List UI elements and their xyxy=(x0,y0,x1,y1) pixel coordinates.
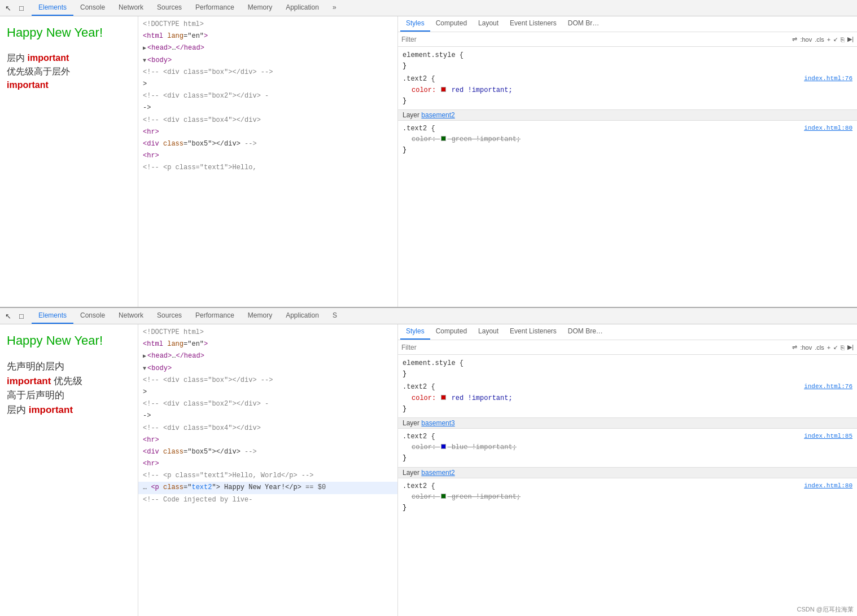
dom-line-selected[interactable]: … <p class="text2"> Happy New Year!</p> … xyxy=(138,482,397,494)
text2-rule-1-bottom: index.html:76 .text2 { color: red !impor… xyxy=(398,381,857,416)
dom-line: > xyxy=(138,386,397,398)
tab-styles-bottom[interactable]: Styles xyxy=(400,324,430,340)
dom-line: <!-- <div class="box"></div> --> xyxy=(138,67,397,78)
color-swatch-green-top xyxy=(441,136,446,141)
cls-button-bottom[interactable]: .cls xyxy=(815,344,824,351)
tab-application[interactable]: Application xyxy=(279,0,326,16)
cursor-icon-bottom[interactable]: ↖ xyxy=(2,310,14,322)
text2-rule-3-bottom: index.html:80 .text2 { color: green !imp… xyxy=(398,480,857,515)
dom-line: <!-- <div class="box"></div> --> xyxy=(138,375,397,386)
devtools-content-bottom: Happy New Year! 先声明的层内 important 优先级 高于后… xyxy=(0,324,857,616)
tab-console[interactable]: Console xyxy=(73,0,112,16)
color-swatch-blue xyxy=(441,444,446,449)
copy-icon[interactable]: ⎘ xyxy=(841,36,845,43)
annotation-bottom: 先声明的层内 important 优先级 高于后声明的 层内 important xyxy=(7,359,131,417)
layer-badge-basement2-top: Layer basement2 xyxy=(398,109,857,121)
source-link[interactable]: index.html:76 xyxy=(804,74,852,84)
tab-event-listeners-bottom[interactable]: Event Listeners xyxy=(504,324,562,340)
styles-filter-bottom: ⇌ :hov .cls + ↙ ⎘ ▶| xyxy=(398,340,857,355)
menu-icon[interactable]: ▶| xyxy=(847,36,854,43)
color-swatch-red-bottom xyxy=(441,395,446,400)
dom-line: <hr> xyxy=(138,434,397,446)
refresh-icon[interactable]: ⇌ xyxy=(792,36,797,43)
tab-console-bottom[interactable]: Console xyxy=(73,308,112,324)
tab-event-listeners[interactable]: Event Listeners xyxy=(504,16,562,32)
hov-button-bottom[interactable]: :hov xyxy=(800,344,812,351)
tab-network-bottom[interactable]: Network xyxy=(112,308,150,324)
devtools-panel-top: ↖ □ Elements Console Network Sources Per… xyxy=(0,0,857,308)
color-swatch-red xyxy=(441,87,446,92)
dom-line: <!-- <p class="text1">Hello, xyxy=(138,162,397,174)
cls-button[interactable]: .cls xyxy=(815,36,824,43)
source-link-bottom-2[interactable]: index.html:85 xyxy=(804,432,852,442)
text2-rule-2-top: index.html:80 .text2 { color: green !imp… xyxy=(398,122,857,157)
tab-layout[interactable]: Layout xyxy=(473,16,504,32)
layer-link-basement3[interactable]: basement3 xyxy=(421,419,454,427)
tab-network[interactable]: Network xyxy=(112,0,150,16)
dom-line: <!-- <div class="box2"></div> - xyxy=(138,398,397,410)
devtools-panel-bottom: ↖ □ Elements Console Network Sources Per… xyxy=(0,308,857,616)
tab-sources-bottom[interactable]: Sources xyxy=(150,308,189,324)
hov-button[interactable]: :hov xyxy=(800,36,812,43)
inspect-icon-bottom[interactable]: □ xyxy=(16,310,27,322)
happy-new-year-top: Happy New Year! xyxy=(7,25,131,40)
tab-styles[interactable]: Styles xyxy=(400,16,430,32)
dom-line[interactable]: <html lang="en"> xyxy=(138,30,397,42)
filter-input-bottom[interactable] xyxy=(401,344,792,351)
dom-line[interactable]: ▼<body> xyxy=(138,55,397,67)
element-style-rule: element.style { } xyxy=(398,49,857,73)
devtools-content-top: Happy New Year! 层内 important 优先级高于层外 imp… xyxy=(0,16,857,307)
add-rule-icon[interactable]: + xyxy=(827,36,830,43)
tab-performance[interactable]: Performance xyxy=(189,0,241,16)
tab-elements-bottom[interactable]: Elements xyxy=(32,308,73,324)
filter-input-top[interactable] xyxy=(401,36,792,43)
tab-sources[interactable]: Sources xyxy=(150,0,189,16)
inspect-icon[interactable]: □ xyxy=(16,2,27,14)
tab-computed[interactable]: Computed xyxy=(430,16,473,32)
text2-rule-2-bottom: index.html:85 .text2 { color: blue !impo… xyxy=(398,430,857,465)
dom-line[interactable]: ▼<body> xyxy=(138,363,397,375)
styles-subtabs-bottom: Styles Computed Layout Event Listeners D… xyxy=(398,324,857,340)
tab-elements[interactable]: Elements xyxy=(32,0,73,16)
devtools-toolbar-bottom: ↖ □ Elements Console Network Sources Per… xyxy=(0,308,857,324)
tab-dom-br-bottom[interactable]: DOM Bre… xyxy=(562,324,609,340)
copy-icon-bottom[interactable]: ⎘ xyxy=(841,344,845,351)
add-rule-icon-bottom[interactable]: + xyxy=(827,344,830,351)
source-link-2[interactable]: index.html:80 xyxy=(804,124,852,134)
source-link-bottom-1[interactable]: index.html:76 xyxy=(804,382,852,392)
dom-line[interactable]: ▶<head>…</head> xyxy=(138,350,397,362)
tab-computed-bottom[interactable]: Computed xyxy=(430,324,473,340)
dom-line[interactable]: <html lang="en"> xyxy=(138,338,397,350)
dom-panel-bottom: <!DOCTYPE html> <html lang="en"> ▶<head>… xyxy=(138,324,398,616)
dom-line[interactable]: ▶<head>…</head> xyxy=(138,42,397,54)
text2-rule-1-top: index.html:76 .text2 { color: red !impor… xyxy=(398,73,857,108)
tab-performance-bottom[interactable]: Performance xyxy=(189,308,241,324)
dom-line: <div class="box5"></div> --> xyxy=(138,446,397,458)
new-style-icon[interactable]: ↙ xyxy=(833,36,838,42)
styles-subtabs-top: Styles Computed Layout Event Listeners D… xyxy=(398,16,857,32)
tab-layout-bottom[interactable]: Layout xyxy=(473,324,504,340)
refresh-icon-bottom[interactable]: ⇌ xyxy=(792,344,797,351)
source-link-bottom-3[interactable]: index.html:80 xyxy=(804,481,852,491)
tab-application-bottom[interactable]: Application xyxy=(279,308,326,324)
tab-more-bottom[interactable]: S xyxy=(326,308,344,324)
menu-icon-bottom[interactable]: ▶| xyxy=(847,344,854,351)
styles-panel-bottom: Styles Computed Layout Event Listeners D… xyxy=(398,324,857,616)
dom-line: <!-- <p class="text1">Hello, World</p> -… xyxy=(138,470,397,482)
tab-memory-bottom[interactable]: Memory xyxy=(241,308,279,324)
page-preview-bottom: Happy New Year! 先声明的层内 important 优先级 高于后… xyxy=(0,324,138,616)
tab-dom-breakpoints[interactable]: DOM Br… xyxy=(562,16,605,32)
layer-link-basement2-top[interactable]: basement2 xyxy=(421,111,454,119)
dom-line: > xyxy=(138,78,397,90)
new-style-icon-bottom[interactable]: ↙ xyxy=(833,344,838,350)
tab-memory[interactable]: Memory xyxy=(241,0,279,16)
layer-badge-basement3: Layer basement3 xyxy=(398,417,857,429)
dom-line: <div class="box5"></div> --> xyxy=(138,138,397,150)
element-style-rule-bottom: element.style { } xyxy=(398,357,857,381)
csdn-watermark: CSDN @厄耳拉海莱 xyxy=(797,605,854,614)
dom-panel-top: <!DOCTYPE html> <html lang="en"> ▶<head>… xyxy=(138,16,398,307)
tab-more[interactable]: » xyxy=(326,0,343,16)
layer-link-basement2-bottom[interactable]: basement2 xyxy=(421,469,454,477)
dom-line: -> xyxy=(138,410,397,422)
cursor-icon[interactable]: ↖ xyxy=(2,2,14,14)
